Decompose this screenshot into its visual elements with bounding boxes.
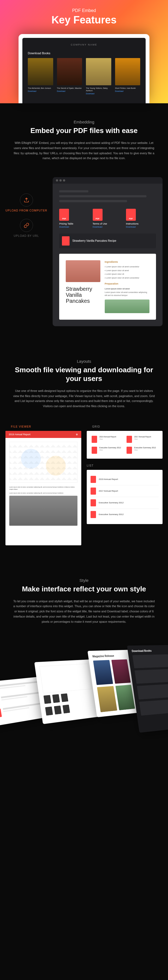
grid-panel: 2019 Annual ReportView 2017 Annual Repor… [87, 431, 163, 459]
file-card[interactable]: InstructionsDownload [126, 209, 156, 228]
book-title: The Alchemist, Ben Jonson [28, 87, 53, 89]
list-item[interactable]: Executive Summary 2012 [91, 509, 159, 520]
view-link[interactable]: View [99, 438, 116, 440]
upload-from-computer[interactable]: UPLOAD FROM COMPUTER [5, 194, 47, 212]
book-item[interactable]: The Young Visitors, Daisy AshfordDownloa… [86, 58, 111, 95]
pdf-icon [54, 706, 62, 714]
view-link[interactable]: View [134, 438, 151, 440]
view-link[interactable]: View [99, 449, 121, 451]
list-panel: 2019 Annual Report 2017 Annual Report Ex… [87, 470, 163, 524]
pdf-icon [62, 236, 70, 245]
pdf-icon [52, 694, 60, 703]
book-item[interactable]: Short Fiction, Ivan BuninDownload [115, 58, 141, 95]
tab-grid[interactable]: GRID [87, 425, 163, 428]
tab-file-viewer[interactable]: FILE VIEWER [5, 425, 81, 428]
file-preview: Strawberry Vanilla Pancakes Ingredients … [59, 254, 156, 320]
file-name: 2019 Annual Report [99, 478, 118, 480]
file-name: Strawberry Vanilla Pancakes Recipe [72, 239, 116, 242]
tab-list[interactable]: LIST [87, 464, 163, 467]
list-item[interactable]: 2019 Annual Report [91, 474, 159, 485]
file-name: Executive Summary 2012 [134, 447, 156, 449]
upload-icon [20, 194, 33, 207]
upload-by-url[interactable]: UPLOAD BY URL [5, 219, 47, 238]
hero-title: Key Features [5, 14, 163, 26]
report-photo [9, 496, 77, 526]
recipe-file[interactable]: Strawberry Vanilla Pancakes Recipe [59, 234, 156, 248]
magazine-cover [93, 660, 113, 685]
ingredient-item: • Lorem ipsum dolor sit amet consectetur [105, 266, 149, 269]
pdf-icon [93, 209, 102, 221]
section-title: Embed your PDF files with ease [8, 126, 160, 135]
file-viewer-panel: 2019 Annual Report ⊕ Lorem ipsum dolor s… [5, 431, 81, 545]
list-item[interactable]: 2017 Annual Report [91, 485, 159, 497]
pdf-icon [91, 499, 96, 506]
magazine-cover [115, 685, 135, 711]
prep-step: Lorem ipsum dolor sit amet [105, 288, 149, 291]
pdf-icon [91, 488, 96, 495]
pdf-icon [92, 447, 97, 454]
file-name: Executive Summary 2012 [99, 513, 123, 515]
grid-item[interactable]: 2017 Annual ReportView [126, 436, 158, 443]
pdf-icon [45, 706, 53, 716]
dark-item [139, 699, 168, 716]
magazine-cover [111, 660, 131, 684]
download-link[interactable]: Download [86, 93, 111, 95]
ingredient-item: • Lorem ipsum dolor sit amet consectetur [105, 277, 149, 280]
download-link[interactable]: Download [126, 226, 156, 228]
file-card[interactable]: Pricing TableDownload [59, 209, 89, 228]
pdf-icon [92, 436, 97, 443]
download-link[interactable]: Download [115, 90, 141, 92]
file-name: Executive Summary 2012 [99, 447, 121, 449]
magazine-cover [97, 686, 117, 712]
section-description: With Elfsight PDF Embed, you will enjoy … [13, 140, 155, 161]
book-title: The Young Visitors, Daisy Ashford [86, 87, 111, 92]
download-books-label: Download Books [28, 51, 140, 55]
file-card[interactable]: Terms of UseDownload [93, 209, 123, 228]
view-link[interactable]: View [134, 449, 156, 451]
ingredient-item: • Lorem ipsum dolor sit [105, 273, 149, 276]
browser-mockup: Pricing TableDownload Terms of UseDownlo… [53, 177, 163, 326]
grid-item[interactable]: Executive Summary 2012View [126, 447, 158, 454]
grid-item[interactable]: 2019 Annual ReportView [92, 436, 123, 443]
pdf-icon [126, 209, 136, 221]
section-description: Use one of three well-designed layout op… [13, 388, 155, 409]
list-item[interactable]: Executive Summary 2012 [91, 497, 159, 509]
upload-label: UPLOAD FROM COMPUTER [5, 209, 47, 212]
recipe-image [105, 299, 149, 313]
file-name: Instructions [126, 223, 156, 225]
layouts-demo: FILE VIEWER 2019 Annual Report ⊕ Lorem i… [0, 425, 168, 562]
download-link[interactable]: Download [57, 90, 82, 92]
section-label: Embedding [8, 119, 160, 124]
download-link[interactable]: Download [28, 90, 53, 92]
file-row: Pricing TableDownload Terms of UseDownlo… [59, 209, 156, 228]
pdf-icon [0, 709, 2, 718]
grid-item[interactable]: Executive Summary 2012View [92, 447, 123, 454]
download-link[interactable]: Download [93, 226, 123, 228]
book-grid: The Alchemist, Ben JonsonDownload The Se… [28, 58, 140, 95]
book-item[interactable]: The Secret of Spain, MauriceDownload [57, 58, 82, 95]
zoom-icon[interactable]: ⊕ [76, 433, 78, 436]
embedding-section: Embedding Embed your PDF files with ease… [0, 103, 168, 177]
embed-demo: UPLOAD FROM COMPUTER UPLOAD BY URL Prici… [0, 177, 168, 343]
company-name: COMPANY NAME [28, 43, 140, 46]
upload-label: UPLOAD BY URL [5, 234, 47, 238]
ingredients-heading: Ingredients [105, 260, 149, 264]
file-name: Terms of Use [93, 223, 123, 225]
download-link[interactable]: Download [59, 226, 89, 228]
section-title: Smooth file viewing and downloading for … [8, 366, 160, 383]
layouts-section: Layouts Smooth file viewing and download… [0, 342, 168, 425]
pdf-icon [126, 436, 132, 443]
section-label: Layouts [8, 359, 160, 364]
recipe-title: Strawberry Vanilla Pancakes [66, 286, 100, 304]
section-title: Make interface reflect your own style [8, 585, 160, 593]
file-name: Executive Summary 2012 [99, 501, 123, 504]
report-text: Lorem ipsum dolor sit amet, consectetur … [9, 486, 77, 494]
section-label: Style [8, 578, 160, 583]
laptop-mockup: COMPANY NAME Download Books The Alchemis… [19, 34, 149, 103]
dark-item [135, 669, 168, 684]
placeholder-line [59, 190, 88, 192]
graph-preview [39, 663, 92, 693]
file-name: 2017 Annual Report [134, 436, 151, 438]
placeholder-line [59, 200, 127, 202]
book-item[interactable]: The Alchemist, Ben JonsonDownload [28, 58, 53, 95]
